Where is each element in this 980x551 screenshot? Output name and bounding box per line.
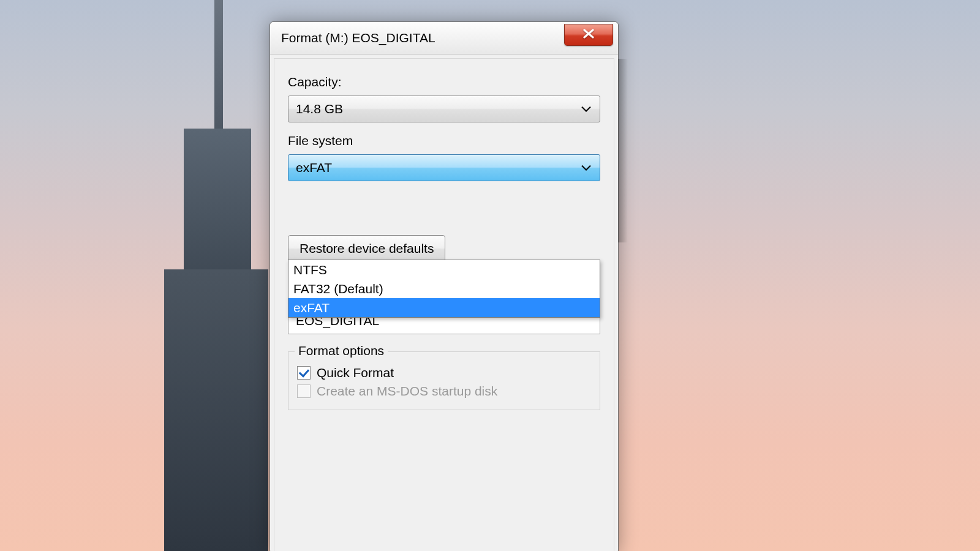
- wallpaper-building-top: [184, 129, 251, 288]
- titlebar[interactable]: Format (M:) EOS_DIGITAL: [270, 22, 618, 54]
- format-dialog: Format (M:) EOS_DIGITAL Capacity: 14.8 G…: [270, 21, 619, 551]
- quick-format-label: Quick Format: [317, 365, 394, 380]
- close-icon: [582, 29, 595, 41]
- filesystem-label: File system: [288, 133, 600, 148]
- desktop-wallpaper: Format (M:) EOS_DIGITAL Capacity: 14.8 G…: [0, 0, 980, 551]
- msdos-disk-label: Create an MS-DOS startup disk: [317, 384, 497, 399]
- wallpaper-spire: [214, 0, 223, 147]
- filesystem-option-exfat[interactable]: exFAT: [288, 298, 600, 317]
- restore-defaults-label: Restore device defaults: [300, 241, 434, 256]
- dialog-title: Format (M:) EOS_DIGITAL: [281, 31, 564, 45]
- format-options-title: Format options: [295, 343, 388, 358]
- capacity-label: Capacity:: [288, 75, 600, 89]
- wallpaper-building: [164, 269, 268, 551]
- filesystem-option-fat32[interactable]: FAT32 (Default): [288, 279, 600, 298]
- dialog-client-area: Capacity: 14.8 GB File system exFAT NTFS…: [274, 58, 614, 551]
- restore-defaults-button[interactable]: Restore device defaults: [288, 235, 445, 262]
- close-button[interactable]: [564, 24, 613, 46]
- filesystem-options-list[interactable]: NTFS FAT32 (Default) exFAT: [288, 260, 600, 318]
- capacity-dropdown[interactable]: 14.8 GB: [288, 96, 600, 122]
- chevron-down-icon: [581, 165, 591, 171]
- filesystem-value: exFAT: [296, 160, 332, 175]
- capacity-value: 14.8 GB: [296, 102, 343, 116]
- filesystem-option-ntfs[interactable]: NTFS: [288, 260, 600, 279]
- format-options-group: Format options Quick Format Create an MS…: [288, 351, 600, 410]
- quick-format-checkbox[interactable]: [297, 366, 311, 380]
- filesystem-dropdown[interactable]: exFAT: [288, 154, 600, 181]
- quick-format-row[interactable]: Quick Format: [297, 365, 591, 380]
- dialog-shadow: [618, 59, 628, 242]
- chevron-down-icon: [581, 107, 591, 113]
- msdos-disk-row: Create an MS-DOS startup disk: [297, 384, 591, 399]
- msdos-disk-checkbox: [297, 384, 311, 398]
